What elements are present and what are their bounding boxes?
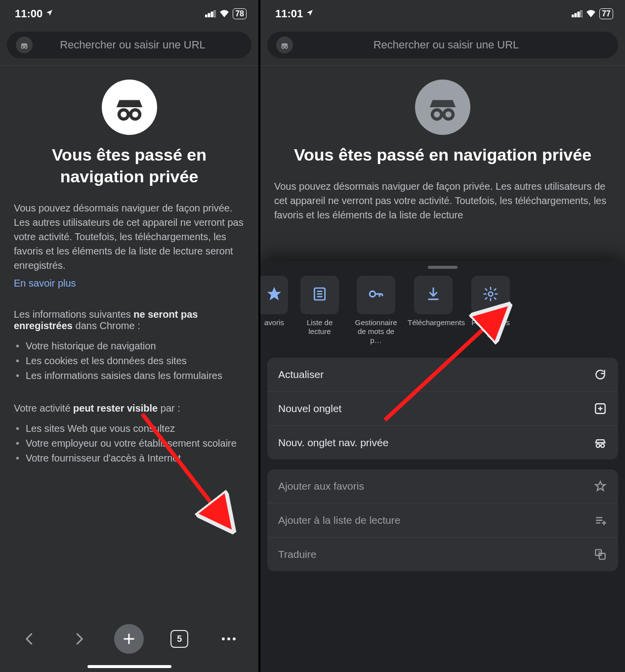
incognito-icon xyxy=(16,37,33,53)
menu-label: Nouv. onglet nav. privée xyxy=(278,437,388,449)
menu-sheet: avoris Liste de lecture Gestionnaire de … xyxy=(260,261,625,672)
list-item: Votre historique de navigation xyxy=(14,338,245,353)
download-icon xyxy=(425,286,441,304)
list-item: Les informations saisies dans les formul… xyxy=(14,368,245,383)
battery-indicator: 78 xyxy=(233,8,247,19)
home-indicator xyxy=(87,665,171,668)
cellular-icon xyxy=(205,7,216,20)
star-icon xyxy=(266,286,283,304)
svg-rect-3 xyxy=(214,10,216,17)
shortcut-reading-list[interactable]: Liste de lecture xyxy=(295,276,344,345)
shortcut-label: Paramètres xyxy=(471,318,510,327)
omnibox-container: Rechercher ou saisir une URL xyxy=(260,28,625,66)
incognito-content: Vous êtes passé en navigation privée Vou… xyxy=(0,66,258,465)
svg-rect-15 xyxy=(578,12,580,17)
more-icon xyxy=(222,637,236,640)
wifi-icon xyxy=(219,7,230,20)
status-time: 11:01 xyxy=(275,7,303,20)
svg-point-36 xyxy=(596,444,600,447)
svg-rect-16 xyxy=(581,10,583,17)
shortcut-downloads[interactable]: Téléchargements xyxy=(408,276,459,345)
learn-more-link[interactable]: En savoir plus xyxy=(14,278,76,289)
forward-button[interactable] xyxy=(65,625,93,653)
list-icon xyxy=(312,286,328,304)
intro-paragraph: Vous pouvez désormais naviguer de façon … xyxy=(14,201,245,273)
svg-point-20 xyxy=(432,110,442,119)
menu-item-refresh[interactable]: Actualiser xyxy=(267,358,618,392)
incognito-hero-icon xyxy=(102,80,157,135)
screenshot-left: 11:00 78 Rechercher ou saisir une URL xyxy=(0,0,260,672)
svg-text:文: 文 xyxy=(597,550,601,555)
menu-item-add-bookmark[interactable]: Ajouter aux favoris xyxy=(267,469,618,504)
svg-point-32 xyxy=(489,292,493,296)
visible-heading: Votre activité peut rester visible par : xyxy=(14,403,245,414)
omnibox-placeholder: Rechercher ou saisir une URL xyxy=(40,39,226,51)
bottom-toolbar: 5 xyxy=(0,618,258,672)
menu-block-secondary: Ajouter aux favoris Ajouter à la liste d… xyxy=(267,469,618,571)
svg-point-27 xyxy=(370,291,375,296)
svg-point-5 xyxy=(25,46,27,48)
shortcut-label: Gestionnaire de mots de p… xyxy=(351,318,401,345)
back-button[interactable] xyxy=(16,625,43,653)
incognito-icon xyxy=(593,436,607,450)
status-bar: 11:01 77 xyxy=(260,0,625,28)
omnibox[interactable]: Rechercher ou saisir une URL xyxy=(7,32,251,58)
status-bar: 11:00 78 xyxy=(0,0,258,28)
menu-item-add-reading-list[interactable]: Ajouter à la liste de lecture xyxy=(267,504,618,538)
menu-item-translate[interactable]: Traduire 文 xyxy=(267,538,618,571)
list-item: Votre employeur ou votre établissement s… xyxy=(14,436,245,451)
translate-icon: 文 xyxy=(593,547,607,561)
menu-label: Ajouter à la liste de lecture xyxy=(278,514,400,526)
status-time: 11:00 xyxy=(15,7,42,20)
refresh-icon xyxy=(593,368,607,381)
svg-point-4 xyxy=(21,46,24,48)
svg-point-7 xyxy=(119,110,128,119)
incognito-icon xyxy=(276,37,293,53)
visible-list: Les sites Web que vous consultez Votre e… xyxy=(14,421,245,465)
location-icon xyxy=(45,9,53,19)
shortcut-label: avoris xyxy=(264,318,284,327)
svg-point-8 xyxy=(130,110,140,119)
shortcut-password-manager[interactable]: Gestionnaire de mots de p… xyxy=(351,276,401,345)
menu-label: Traduire xyxy=(278,548,316,560)
svg-rect-1 xyxy=(208,13,210,17)
shortcut-settings[interactable]: Paramètres xyxy=(466,276,515,345)
menu-label: Ajouter aux favoris xyxy=(278,480,364,492)
svg-rect-2 xyxy=(211,12,213,17)
svg-rect-14 xyxy=(575,13,577,17)
svg-rect-0 xyxy=(205,15,207,17)
svg-point-21 xyxy=(444,110,453,119)
intro-paragraph: Vous pouvez désormais naviguer de façon … xyxy=(274,179,611,222)
new-tab-button[interactable] xyxy=(114,624,144,654)
menu-item-new-incognito-tab[interactable]: Nouv. onglet nav. privée xyxy=(267,426,618,460)
svg-point-37 xyxy=(601,444,604,447)
menu-label: Actualiser xyxy=(278,369,324,380)
list-item: Votre fournisseur d'accès à Internet xyxy=(14,451,245,465)
location-icon xyxy=(306,9,314,19)
shortcut-bookmarks[interactable]: avoris xyxy=(260,276,288,345)
gear-icon xyxy=(483,286,499,304)
list-item: Les cookies et les données des sites xyxy=(14,353,245,368)
wifi-icon xyxy=(585,7,596,20)
tab-switcher-button[interactable]: 5 xyxy=(166,625,193,653)
star-outline-icon xyxy=(593,479,607,493)
plus-box-icon xyxy=(593,402,607,416)
cellular-icon xyxy=(572,7,583,20)
svg-point-18 xyxy=(285,46,288,48)
key-icon xyxy=(368,286,384,304)
menu-block-primary: Actualiser Nouvel onglet Nouv. onglet na… xyxy=(267,358,618,460)
shortcut-label: Téléchargements xyxy=(408,318,459,327)
menu-label: Nouvel onglet xyxy=(278,403,341,415)
menu-button[interactable] xyxy=(215,625,243,653)
sheet-grabber[interactable] xyxy=(428,266,458,269)
omnibox-container: Rechercher ou saisir une URL xyxy=(0,28,258,66)
not-saved-heading: Les informations suivantes ne seront pas… xyxy=(14,309,245,332)
menu-item-new-tab[interactable]: Nouvel onglet xyxy=(267,392,618,426)
omnibox[interactable]: Rechercher ou saisir une URL xyxy=(267,32,618,58)
screenshot-right: 11:01 77 Rechercher ou saisir une URL xyxy=(260,0,625,672)
not-saved-list: Votre historique de navigation Les cooki… xyxy=(14,338,245,383)
hero-title: Vous êtes passé en navigation privée xyxy=(14,144,245,187)
shortcut-row[interactable]: avoris Liste de lecture Gestionnaire de … xyxy=(260,276,625,348)
incognito-hero-icon xyxy=(415,80,470,135)
svg-point-17 xyxy=(282,46,284,48)
